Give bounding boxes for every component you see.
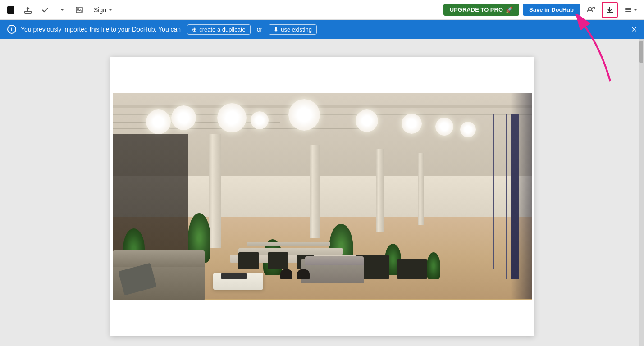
duplicate-icon: ⊕ xyxy=(192,26,197,33)
chevron-down-icon[interactable] xyxy=(55,3,69,17)
create-duplicate-button[interactable]: ⊕ create a duplicate xyxy=(187,24,251,35)
info-icon: i xyxy=(7,25,16,34)
upgrade-button[interactable]: UPGRADE TO PRO 🚀 xyxy=(443,4,519,16)
document-page xyxy=(110,57,534,336)
upload-icon[interactable] xyxy=(21,3,35,17)
image-icon[interactable] xyxy=(72,3,87,17)
scrollbar[interactable] xyxy=(639,39,644,346)
toolbar: Sign UPGRADE TO PRO 🚀 Save in DocHub xyxy=(0,0,644,20)
share-button[interactable] xyxy=(584,3,598,17)
notification-banner: i You previously imported this file to y… xyxy=(0,20,644,39)
svg-rect-6 xyxy=(625,9,631,10)
svg-rect-5 xyxy=(625,8,631,9)
banner-close-button[interactable]: × xyxy=(631,25,637,34)
svg-rect-7 xyxy=(625,11,631,12)
main-content xyxy=(0,39,644,346)
toolbar-left: Sign xyxy=(4,3,117,17)
or-text: or xyxy=(257,26,262,33)
upgrade-label: UPGRADE TO PRO xyxy=(450,6,503,13)
banner-content: i You previously imported this file to y… xyxy=(7,24,319,35)
menu-button[interactable] xyxy=(621,4,640,16)
svg-rect-0 xyxy=(25,11,31,13)
duplicate-label: create a duplicate xyxy=(199,26,246,33)
sign-button[interactable]: Sign xyxy=(89,5,117,15)
sign-label: Sign xyxy=(94,6,106,14)
save-button[interactable]: Save in DocHub xyxy=(523,4,580,16)
svg-point-4 xyxy=(593,7,594,9)
checkmark-icon[interactable] xyxy=(38,3,52,17)
save-label: Save in DocHub xyxy=(529,6,574,13)
existing-label: use existing xyxy=(281,26,312,33)
use-existing-button[interactable]: ⬇ use existing xyxy=(269,24,317,35)
toolbar-right: UPGRADE TO PRO 🚀 Save in DocHub xyxy=(443,2,640,18)
banner-message: You previously imported this file to you… xyxy=(21,26,181,33)
black-square-icon[interactable] xyxy=(4,3,18,17)
download-button[interactable] xyxy=(602,2,618,18)
document-image xyxy=(113,93,532,300)
scroll-thumb[interactable] xyxy=(639,41,643,63)
rocket-icon: 🚀 xyxy=(506,6,513,13)
existing-icon: ⬇ xyxy=(274,26,279,33)
